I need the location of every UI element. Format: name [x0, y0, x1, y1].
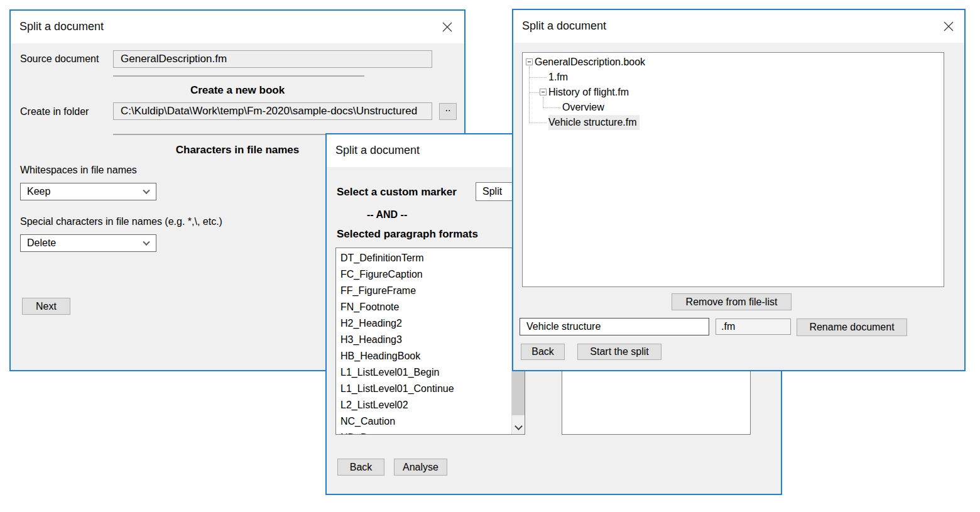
start-the-split-button[interactable]: Start the split — [577, 344, 662, 360]
collapse-icon[interactable] — [526, 58, 533, 65]
source-document-label: Source document — [20, 53, 99, 65]
format-list-item[interactable]: L2_ListLevel02 — [336, 397, 511, 413]
extension-field: .fm — [716, 319, 791, 335]
separator — [113, 75, 364, 77]
paragraph-formats-items: DT_DefinitionTermFC_FigureCaptionFF_Figu… — [336, 248, 511, 434]
create-book-heading: Create a new book — [11, 84, 464, 97]
window-title: Split a document — [19, 20, 104, 33]
whitespaces-select[interactable]: Keep — [20, 183, 156, 200]
format-list-item[interactable]: FN_Footnote — [336, 299, 511, 315]
minus-glyph — [542, 92, 545, 92]
folder-path-field[interactable]: C:\Kuldip\Data\Work\temp\Fm-2020\sample-… — [113, 102, 432, 120]
whitespaces-select-value: Keep — [27, 186, 50, 197]
tree-item-label: GeneralDescription.book — [535, 55, 645, 70]
tree-items: GeneralDescription.book1.fmHistory of fl… — [523, 53, 944, 286]
format-list-item[interactable]: L1_ListLevel01_Continue — [336, 381, 511, 397]
create-in-folder-label: Create in folder — [20, 106, 89, 117]
format-list-item[interactable]: ND_Danger — [336, 430, 511, 434]
titlebar[interactable]: Split a document — [11, 11, 464, 43]
format-list-item[interactable]: H3_Heading3 — [336, 332, 511, 348]
browse-folder-button[interactable]: .. — [439, 103, 457, 120]
rename-document-button[interactable]: Rename document — [797, 319, 907, 336]
book-structure-tree[interactable]: GeneralDescription.book1.fmHistory of fl… — [522, 52, 944, 287]
source-document-field[interactable]: GeneralDescription.fm — [113, 50, 432, 68]
next-button[interactable]: Next — [22, 298, 70, 315]
chevron-down-icon — [143, 239, 150, 246]
tree-item[interactable]: History of flight.fm — [523, 85, 944, 100]
whitespaces-label: Whitespaces in file names — [20, 165, 137, 176]
tree-item[interactable]: GeneralDescription.book — [523, 55, 944, 70]
analyse-button[interactable]: Analyse — [394, 459, 447, 476]
special-chars-select-value: Delete — [27, 237, 56, 249]
format-list-item[interactable]: L1_ListLevel01_Begin — [336, 364, 511, 381]
tree-item-label: Vehicle structure.fm — [548, 115, 640, 130]
window-title: Split a document — [522, 19, 606, 33]
back-button[interactable]: Back — [337, 459, 384, 476]
close-button[interactable] — [939, 17, 958, 36]
tree-item-label: Overview — [562, 100, 604, 115]
and-text: -- AND -- — [367, 209, 407, 221]
dialog-split-step3: Split a document GeneralDescription.book… — [512, 9, 966, 371]
chevron-down-icon — [143, 187, 150, 194]
remove-from-filelist-button[interactable]: Remove from file-list — [672, 293, 792, 310]
tree-item-label: History of flight.fm — [548, 85, 629, 100]
tree-item-label: 1.fm — [548, 70, 568, 85]
close-button[interactable] — [438, 18, 457, 36]
filename-input[interactable]: Vehicle structure — [520, 318, 709, 335]
special-chars-select[interactable]: Delete — [20, 234, 156, 252]
collapse-icon[interactable] — [540, 89, 547, 95]
custom-marker-label: Select a custom marker — [337, 186, 457, 199]
window-title: Split a document — [335, 144, 420, 157]
format-list-item[interactable]: NC_Caution — [336, 413, 511, 430]
paragraph-formats-list[interactable]: DT_DefinitionTermFC_FigureCaptionFF_Figu… — [335, 248, 525, 435]
close-icon — [944, 21, 954, 31]
tree-item[interactable]: Overview — [523, 100, 944, 115]
scroll-down-button[interactable] — [512, 422, 525, 434]
paragraph-formats-heading: Selected paragraph formats — [337, 228, 478, 241]
marker-select-value: Split — [482, 186, 502, 197]
tree-item[interactable]: 1.fm — [523, 70, 944, 85]
minus-glyph — [528, 62, 531, 62]
format-list-item[interactable]: H2_Heading2 — [336, 315, 511, 332]
special-chars-label: Special characters in file names (e.g. *… — [20, 216, 222, 227]
format-list-item[interactable]: FF_FigureFrame — [336, 283, 511, 299]
format-list-item[interactable]: HB_HeadingBook — [336, 348, 511, 364]
close-icon — [442, 22, 452, 32]
back-button[interactable]: Back — [521, 344, 565, 360]
scroll-down-icon — [514, 422, 523, 430]
format-list-item[interactable]: DT_DefinitionTerm — [336, 250, 511, 266]
format-list-item[interactable]: FC_FigureCaption — [336, 266, 511, 283]
titlebar[interactable]: Split a document — [513, 10, 964, 43]
desktop: Split a document Source document General… — [0, 0, 980, 512]
tree-item[interactable]: Vehicle structure.fm — [523, 115, 944, 130]
